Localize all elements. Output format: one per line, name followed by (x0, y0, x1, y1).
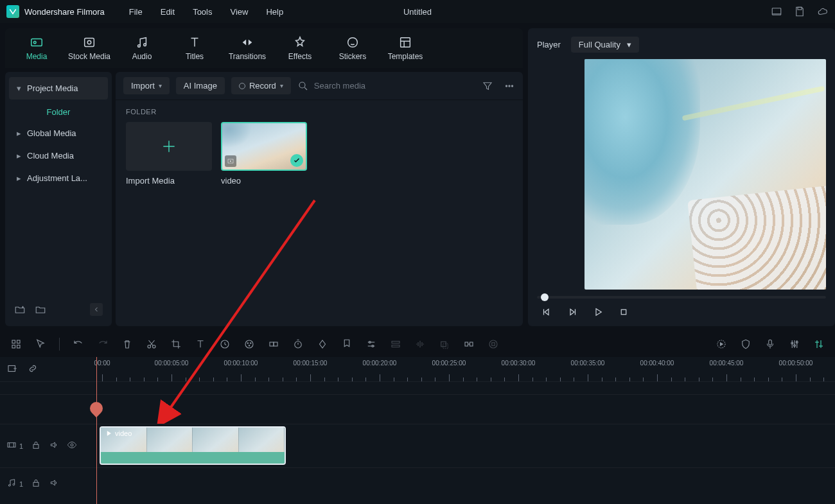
svg-rect-45 (443, 343, 448, 349)
collapse-sidebar-button[interactable] (90, 303, 103, 316)
shield-icon[interactable] (740, 338, 752, 350)
svg-rect-5 (85, 39, 94, 47)
menu-tools[interactable]: Tools (193, 7, 212, 17)
sidebar-item-cloud-media[interactable]: ▸ Cloud Media (9, 144, 108, 167)
new-folder-plus-icon[interactable] (14, 304, 26, 315)
svg-point-6 (87, 40, 91, 44)
timeline-clip-video[interactable]: video (100, 426, 286, 465)
menu-edit[interactable]: Edit (161, 7, 175, 17)
sidebar-item-adjustment-layer[interactable]: ▸ Adjustment La... (9, 167, 108, 189)
media-item-video[interactable]: video (221, 122, 307, 186)
keyframe-icon[interactable] (317, 338, 328, 350)
tab-audio[interactable]: Audio (116, 30, 168, 66)
import-media-card[interactable]: Import Media (126, 122, 212, 186)
chevron-right-icon: ▸ (15, 128, 22, 138)
tab-stock-media[interactable]: Stock Media (63, 30, 116, 66)
svg-point-13 (299, 82, 305, 88)
menu-file[interactable]: File (129, 7, 143, 17)
menu-help[interactable]: Help (266, 7, 283, 17)
group-icon[interactable] (439, 338, 450, 350)
magnet-icon[interactable] (813, 338, 825, 350)
track-icon[interactable] (390, 338, 401, 350)
redo-icon[interactable] (97, 338, 109, 350)
mic-icon[interactable] (764, 338, 776, 350)
link-icon[interactable] (27, 363, 39, 376)
filter-icon[interactable] (482, 80, 493, 92)
progress-knob[interactable] (541, 293, 549, 301)
text-icon[interactable] (195, 338, 206, 350)
record-button[interactable]: Record ▾ (231, 77, 291, 94)
marker-icon[interactable] (341, 338, 353, 350)
mute-icon[interactable] (49, 478, 59, 490)
video-preview[interactable] (584, 59, 826, 290)
ai-image-button[interactable]: AI Image (176, 77, 225, 94)
svg-point-67 (13, 483, 15, 485)
ruler-label: 00:00:20:00 (363, 360, 397, 367)
svg-rect-61 (8, 443, 15, 448)
timer-icon[interactable] (292, 338, 304, 350)
tab-templates[interactable]: Templates (379, 30, 432, 66)
track-number: 1 (19, 442, 23, 450)
adjust-icon[interactable] (365, 338, 377, 350)
tab-effects-label: Effects (288, 52, 312, 61)
audio-track-icon (6, 478, 17, 490)
detach-icon[interactable] (268, 338, 279, 350)
mixer-icon[interactable] (789, 338, 800, 350)
layout-icon[interactable] (771, 6, 782, 17)
sidebar-item-global-media[interactable]: ▸ Global Media (9, 122, 108, 144)
tab-titles[interactable]: Titles (168, 30, 221, 66)
tab-stickers[interactable]: Stickers (326, 30, 379, 66)
svg-point-66 (8, 485, 10, 487)
play-button[interactable] (592, 306, 604, 320)
sidebar-label: Project Media (27, 83, 78, 93)
tab-media[interactable]: Media (10, 30, 63, 66)
timeline-ruler[interactable]: 00:0000:00:05:0000:00:10:0000:00:15:0000… (96, 357, 835, 381)
chevron-right-icon: ▸ (15, 173, 22, 183)
sidebar-label: Cloud Media (27, 151, 74, 161)
add-to-timeline-icon[interactable] (225, 155, 236, 167)
next-frame-button[interactable] (567, 306, 578, 320)
cloud-icon[interactable] (817, 6, 829, 17)
crop-icon[interactable] (170, 338, 182, 350)
visibility-icon[interactable] (67, 440, 77, 452)
mute-icon[interactable] (49, 440, 59, 452)
tab-effects[interactable]: Effects (274, 30, 326, 66)
prev-frame-button[interactable] (541, 306, 552, 320)
cut-icon[interactable] (146, 338, 157, 350)
layout-grid-icon[interactable] (10, 338, 22, 350)
new-folder-icon[interactable] (35, 304, 46, 315)
sidebar-item-project-media[interactable]: ▾ Project Media (9, 77, 108, 100)
speed-icon[interactable] (219, 338, 231, 350)
timeline: 00:0000:00:05:0000:00:10:0000:00:15:0000… (0, 357, 835, 504)
color-icon[interactable] (243, 338, 255, 350)
lock-icon[interactable] (31, 478, 41, 490)
delete-icon[interactable] (121, 338, 133, 350)
video-thumb[interactable] (221, 122, 307, 171)
more-icon[interactable] (504, 80, 515, 92)
playback-progress[interactable] (537, 296, 826, 299)
svg-point-9 (348, 38, 358, 48)
video-track: 1 video (0, 424, 835, 467)
tab-templates-label: Templates (388, 52, 423, 61)
snap-icon[interactable] (463, 338, 475, 350)
import-button[interactable]: Import ▾ (123, 77, 170, 94)
undo-icon[interactable] (73, 338, 84, 350)
preview-render-icon[interactable] (716, 338, 727, 350)
tab-transitions[interactable]: Transitions (221, 30, 274, 66)
folder-label[interactable]: Folder (9, 100, 108, 122)
quality-select[interactable]: Full Quality ▾ (571, 37, 639, 53)
lock-icon[interactable] (31, 440, 41, 452)
timeline-toolbar (0, 331, 835, 357)
save-icon[interactable] (794, 6, 805, 17)
stop-button[interactable] (618, 306, 629, 320)
tab-media-label: Media (26, 52, 48, 61)
select-tool-icon[interactable] (35, 338, 46, 350)
svg-rect-42 (392, 342, 400, 343)
search-input[interactable] (314, 81, 475, 91)
svg-point-34 (249, 345, 250, 347)
audio-wave-icon[interactable] (414, 338, 426, 350)
add-track-icon[interactable] (6, 363, 18, 376)
import-thumb[interactable] (126, 122, 212, 171)
menu-view[interactable]: View (230, 7, 248, 17)
render-icon[interactable] (488, 338, 499, 350)
